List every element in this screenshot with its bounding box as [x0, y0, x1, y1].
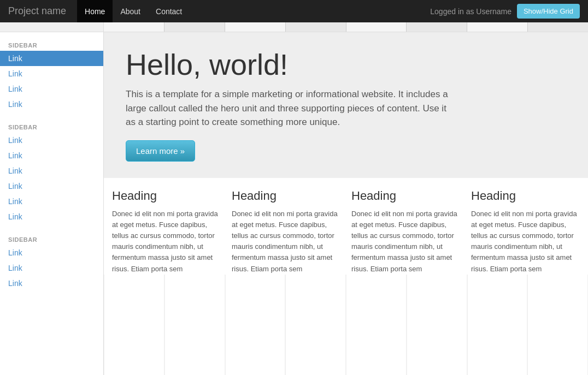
sidebar-section-1: SIDEBAR Link Link Link Link — [0, 38, 103, 112]
sidebar-link[interactable]: Link — [0, 209, 103, 224]
sidebar: SIDEBAR Link Link Link Link SIDEBAR Link… — [0, 32, 104, 375]
column-2-heading: Heading — [232, 189, 340, 203]
sidebar-link-active[interactable]: Link — [0, 51, 103, 66]
sidebar-link[interactable]: Link — [0, 194, 103, 209]
column-1-body: Donec id elit non mi porta gravida at eg… — [112, 209, 221, 275]
column-3: Heading Donec id elit non mi porta gravi… — [351, 189, 460, 275]
show-hide-grid-button[interactable]: Show/Hide Grid — [517, 4, 580, 19]
nav-item-home[interactable]: Home — [77, 0, 113, 22]
sidebar-label-3: SIDEBAR — [0, 232, 103, 245]
main-content: Hello, world! This is a template for a s… — [104, 32, 588, 375]
sidebar-link[interactable]: Link — [0, 178, 103, 194]
sidebar-link[interactable]: Link — [0, 260, 103, 276]
column-2-body: Donec id elit non mi porta gravida at eg… — [232, 209, 340, 275]
nav-item-about[interactable]: About — [113, 0, 148, 22]
sidebar-link[interactable]: Link — [0, 148, 103, 163]
navbar-nav: Home About Contact — [77, 0, 190, 22]
sidebar-label-2: SIDEBAR — [0, 120, 103, 133]
column-4-body: Donec id elit non mi porta gravida at eg… — [471, 209, 580, 275]
column-3-heading: Heading — [351, 189, 460, 203]
sidebar-link[interactable]: Link — [0, 97, 103, 112]
sidebar-link[interactable]: Link — [0, 163, 103, 178]
column-2: Heading Donec id elit non mi porta gravi… — [232, 189, 340, 275]
jumbotron: Hello, world! This is a template for a s… — [104, 32, 588, 178]
column-1: Heading Donec id elit non mi porta gravi… — [112, 189, 221, 275]
sidebar-link[interactable]: Link — [0, 276, 103, 291]
sidebar-section-2: SIDEBAR Link Link Link Link Link Link — [0, 120, 103, 224]
page-wrapper: SIDEBAR Link Link Link Link SIDEBAR Link… — [0, 32, 588, 375]
user-info: Logged in as Username — [430, 7, 511, 16]
hero-body: This is a template for a simple marketin… — [126, 87, 454, 129]
sidebar-link[interactable]: Link — [0, 133, 103, 148]
navbar-right: Logged in as Username Show/Hide Grid — [430, 4, 580, 19]
learn-more-button[interactable]: Learn more » — [126, 140, 195, 162]
column-4-heading: Heading — [471, 189, 580, 203]
sidebar-link[interactable]: Link — [0, 245, 103, 260]
sidebar-link[interactable]: Link — [0, 66, 103, 81]
column-3-body: Donec id elit non mi porta gravida at eg… — [351, 209, 460, 275]
column-1-heading: Heading — [112, 189, 221, 203]
hero-heading: Hello, world! — [126, 49, 566, 81]
grid-row — [0, 22, 588, 32]
navbar: Project name Home About Contact Logged i… — [0, 0, 588, 22]
navbar-brand[interactable]: Project name — [8, 5, 66, 17]
sidebar-label-1: SIDEBAR — [0, 38, 103, 51]
main-inner: Hello, world! This is a template for a s… — [104, 32, 588, 275]
content-columns: Heading Donec id elit non mi porta gravi… — [104, 178, 588, 275]
sidebar-link[interactable]: Link — [0, 81, 103, 97]
column-4: Heading Donec id elit non mi porta gravi… — [471, 189, 580, 275]
sidebar-section-3: SIDEBAR Link Link Link — [0, 232, 103, 291]
nav-item-contact[interactable]: Contact — [148, 0, 190, 22]
